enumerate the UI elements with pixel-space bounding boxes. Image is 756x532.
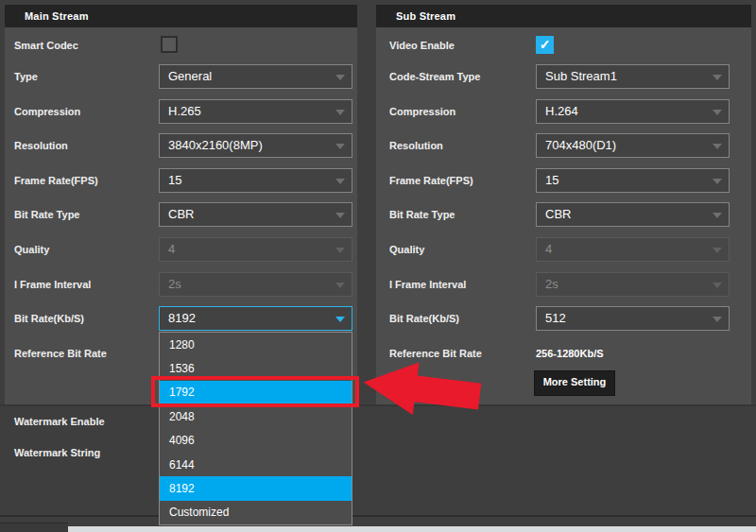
sub-bit-rate-type-select[interactable]: CBR — [536, 202, 730, 227]
red-arrow-icon — [357, 351, 485, 429]
chevron-down-icon — [713, 179, 722, 184]
frame-rate-label: Frame Rate(FPS) — [14, 175, 98, 186]
sub-compression-label: Compression — [389, 106, 455, 117]
top-background-strip — [0, 0, 756, 5]
sub-stream-title: Sub Stream — [376, 5, 751, 27]
chevron-down-icon — [713, 75, 722, 80]
smart-codec-label: Smart Codec — [14, 40, 78, 51]
dropdown-option-8192[interactable]: 8192 — [160, 476, 352, 500]
i-frame-interval-select: 2s — [159, 272, 352, 297]
resolution-label: Resolution — [14, 140, 68, 151]
sub-frame-rate-label: Frame Rate(FPS) — [389, 175, 473, 186]
smart-codec-checkbox[interactable] — [161, 36, 178, 53]
sub-quality-select: 4 — [536, 237, 730, 262]
smart-codec-row: Smart Codec — [5, 33, 357, 58]
frame-rate-select[interactable]: 15 — [159, 168, 352, 193]
bottom-left-element — [0, 523, 68, 532]
bit-rate-type-label: Bit Rate Type — [14, 209, 79, 220]
sub-resolution-label: Resolution — [389, 140, 443, 151]
video-enable-row: Video Enable ✓ — [376, 33, 751, 58]
frame-rate-value: 15 — [168, 173, 181, 187]
sub-i-frame-interval-value: 2s — [545, 277, 558, 291]
bit-rate-value: 8192 — [168, 311, 196, 325]
sub-bit-rate-type-label: Bit Rate Type — [389, 209, 455, 220]
sub-reference-bit-rate-value: 256-1280Kb/S — [536, 348, 604, 359]
sub-quality-value: 4 — [545, 242, 552, 256]
bit-rate-type-row: Bit Rate Type CBR — [5, 202, 357, 227]
panel-gap — [357, 5, 376, 404]
compression-label: Compression — [14, 106, 80, 117]
chevron-down-icon — [335, 144, 345, 149]
bit-rate-label: Bit Rate(Kb/S) — [14, 313, 84, 324]
sub-quality-label: Quality — [389, 244, 424, 255]
code-stream-type-row: Code-Stream Type Sub Stream1 — [376, 64, 751, 89]
i-frame-interval-label: I Frame Interval — [14, 279, 91, 290]
quality-value: 4 — [168, 242, 175, 256]
compression-select[interactable]: H.265 — [159, 99, 352, 124]
sub-i-frame-interval-row: I Frame Interval 2s — [376, 272, 751, 297]
chevron-down-icon — [335, 110, 345, 115]
quality-row: Quality 4 — [5, 237, 357, 262]
chevron-down-icon — [713, 110, 722, 115]
chevron-down-icon — [713, 317, 722, 322]
type-label: Type — [14, 71, 38, 82]
sub-compression-row: Compression H.264 — [376, 99, 751, 124]
type-value: General — [168, 69, 212, 83]
bit-rate-select[interactable]: 8192 — [159, 306, 352, 331]
more-setting-button[interactable]: More Setting — [534, 370, 615, 396]
chevron-down-icon — [713, 248, 722, 253]
chevron-down-icon — [335, 179, 345, 184]
video-enable-label: Video Enable — [389, 40, 455, 51]
dropdown-option-4096[interactable]: 4096 — [160, 429, 352, 453]
encode-settings-page: Main Stream Smart Codec Type General Com… — [0, 0, 756, 532]
resolution-select[interactable]: 3840x2160(8MP) — [159, 133, 352, 158]
frame-rate-row: Frame Rate(FPS) 15 — [5, 168, 357, 193]
sub-frame-rate-select[interactable]: 15 — [536, 168, 730, 193]
chevron-down-icon — [713, 213, 722, 218]
sub-bit-rate-type-value: CBR — [545, 207, 571, 221]
video-enable-checkbox[interactable]: ✓ — [536, 36, 554, 54]
main-stream-title: Main Stream — [5, 5, 357, 27]
sub-resolution-value: 704x480(D1) — [545, 138, 616, 152]
dropdown-option-customized[interactable]: Customized — [160, 501, 352, 524]
sub-frame-rate-row: Frame Rate(FPS) 15 — [376, 168, 751, 193]
chevron-down-icon — [713, 283, 722, 288]
code-stream-type-select[interactable]: Sub Stream1 — [536, 64, 730, 89]
compression-row: Compression H.265 — [5, 99, 357, 124]
sub-compression-value: H.264 — [545, 104, 578, 118]
compression-value: H.265 — [168, 104, 201, 118]
sub-compression-select[interactable]: H.264 — [536, 99, 730, 124]
bottom-divider — [0, 515, 756, 517]
dropdown-option-1280[interactable]: 1280 — [160, 333, 352, 356]
quality-label: Quality — [14, 244, 49, 255]
sub-i-frame-interval-label: I Frame Interval — [389, 279, 466, 290]
bit-rate-row: Bit Rate(Kb/S) 8192 — [5, 306, 357, 331]
bit-rate-dropdown-list: 1280 1536 1792 2048 4096 6144 8192 Custo… — [159, 332, 352, 525]
sub-bit-rate-select[interactable]: 512 — [536, 306, 730, 331]
sub-bit-rate-value: 512 — [545, 311, 566, 325]
dropdown-option-6144[interactable]: 6144 — [160, 453, 352, 476]
dropdown-option-2048[interactable]: 2048 — [160, 404, 352, 428]
chevron-down-icon — [335, 248, 345, 253]
chevron-down-icon — [335, 283, 345, 288]
sub-resolution-row: Resolution 704x480(D1) — [376, 133, 751, 158]
sub-bit-rate-row: Bit Rate(Kb/S) 512 — [376, 306, 751, 331]
red-highlight-box — [151, 376, 359, 407]
sub-stream-panel: Sub Stream Video Enable ✓ Code-Stream Ty… — [376, 5, 751, 405]
sub-bit-rate-label: Bit Rate(Kb/S) — [389, 313, 459, 324]
resolution-value: 3840x2160(8MP) — [168, 138, 263, 152]
sub-resolution-select[interactable]: 704x480(D1) — [536, 133, 730, 158]
type-row: Type General — [5, 64, 357, 89]
watermark-string-label: Watermark String — [14, 447, 100, 458]
i-frame-interval-value: 2s — [168, 277, 181, 291]
chevron-down-icon — [713, 144, 722, 149]
quality-select: 4 — [159, 237, 352, 262]
sub-i-frame-interval-select: 2s — [536, 272, 730, 297]
bit-rate-type-select[interactable]: CBR — [159, 202, 352, 227]
bottom-page-edge — [68, 526, 756, 532]
watermark-enable-label: Watermark Enable — [14, 416, 105, 427]
chevron-down-icon — [335, 317, 345, 322]
code-stream-type-value: Sub Stream1 — [545, 69, 617, 83]
chevron-down-icon — [335, 213, 345, 218]
type-select[interactable]: General — [159, 64, 352, 89]
